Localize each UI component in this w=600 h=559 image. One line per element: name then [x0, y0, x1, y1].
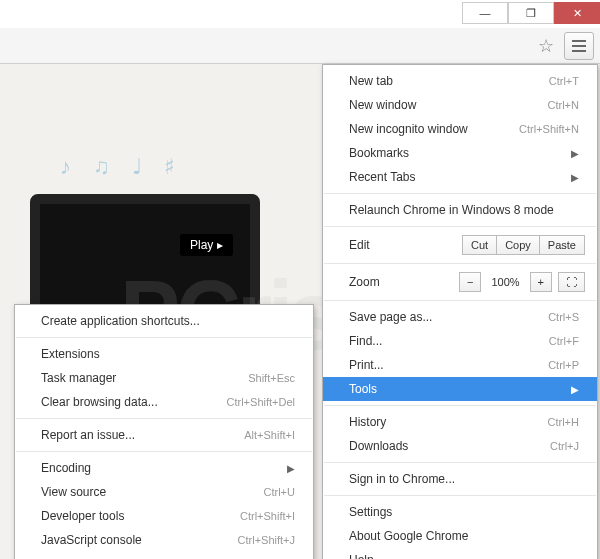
cut-button[interactable]: Cut: [462, 235, 497, 255]
menu-recent-tabs[interactable]: Recent Tabs▶: [323, 165, 597, 189]
menu-tools[interactable]: Tools▶: [323, 377, 597, 401]
menu-label: Extensions: [41, 347, 100, 361]
music-notes-decor: ♪ ♫ ♩ ♯: [60, 154, 183, 180]
chrome-main-menu: New tabCtrl+T New windowCtrl+N New incog…: [322, 64, 598, 559]
menu-shortcut: Ctrl+J: [550, 440, 579, 452]
zoom-out-button[interactable]: −: [459, 272, 481, 292]
menu-edit-row: Edit Cut Copy Paste: [323, 231, 597, 259]
menu-shortcut: Ctrl+F: [549, 335, 579, 347]
menu-hamburger-icon[interactable]: [564, 32, 594, 60]
minimize-button[interactable]: —: [462, 2, 508, 24]
tools-submenu: Create application shortcuts... Extensio…: [14, 304, 314, 559]
submenu-inspect-devices[interactable]: Inspect devices: [15, 552, 313, 559]
menu-new-incognito[interactable]: New incognito windowCtrl+Shift+N: [323, 117, 597, 141]
menu-shortcut: Alt+Shift+I: [244, 429, 295, 441]
menu-about[interactable]: About Google Chrome: [323, 524, 597, 548]
maximize-button[interactable]: ❐: [508, 2, 554, 24]
menu-label: New window: [349, 98, 416, 112]
menu-shortcut: Ctrl+Shift+Del: [227, 396, 295, 408]
window-controls: — ❐ ✕: [462, 0, 600, 28]
close-button[interactable]: ✕: [554, 2, 600, 24]
menu-label: Print...: [349, 358, 384, 372]
menu-find[interactable]: Find...Ctrl+F: [323, 329, 597, 353]
menu-separator: [324, 405, 596, 406]
menu-label: About Google Chrome: [349, 529, 468, 543]
submenu-extensions[interactable]: Extensions: [15, 342, 313, 366]
menu-new-tab[interactable]: New tabCtrl+T: [323, 69, 597, 93]
menu-shortcut: Ctrl+S: [548, 311, 579, 323]
menu-signin[interactable]: Sign in to Chrome...: [323, 467, 597, 491]
menu-help[interactable]: Help: [323, 548, 597, 559]
menu-shortcut: Ctrl+Shift+J: [238, 534, 295, 546]
zoom-label: Zoom: [349, 275, 453, 289]
submenu-view-source[interactable]: View sourceCtrl+U: [15, 480, 313, 504]
submenu-task-manager[interactable]: Task managerShift+Esc: [15, 366, 313, 390]
menu-separator: [324, 495, 596, 496]
submenu-encoding[interactable]: Encoding▶: [15, 456, 313, 480]
submenu-javascript-console[interactable]: JavaScript consoleCtrl+Shift+J: [15, 528, 313, 552]
menu-relaunch-win8[interactable]: Relaunch Chrome in Windows 8 mode: [323, 198, 597, 222]
menu-label: Help: [349, 553, 374, 559]
menu-separator: [16, 337, 312, 338]
submenu-arrow-icon: ▶: [571, 148, 579, 159]
edit-button-group: Cut Copy Paste: [462, 235, 585, 255]
menu-label: Create application shortcuts...: [41, 314, 200, 328]
submenu-clear-browsing-data[interactable]: Clear browsing data...Ctrl+Shift+Del: [15, 390, 313, 414]
menu-shortcut: Ctrl+Shift+N: [519, 123, 579, 135]
browser-toolbar: ☆: [0, 28, 600, 64]
menu-separator: [16, 451, 312, 452]
menu-label: Settings: [349, 505, 392, 519]
submenu-developer-tools[interactable]: Developer toolsCtrl+Shift+I: [15, 504, 313, 528]
submenu-create-shortcuts[interactable]: Create application shortcuts...: [15, 309, 313, 333]
menu-history[interactable]: HistoryCtrl+H: [323, 410, 597, 434]
paste-button[interactable]: Paste: [540, 235, 585, 255]
menu-label: Developer tools: [41, 509, 124, 523]
menu-print[interactable]: Print...Ctrl+P: [323, 353, 597, 377]
submenu-report-issue[interactable]: Report an issue...Alt+Shift+I: [15, 423, 313, 447]
menu-shortcut: Ctrl+U: [264, 486, 295, 498]
submenu-arrow-icon: ▶: [571, 172, 579, 183]
menu-label: Save page as...: [349, 310, 432, 324]
menu-separator: [324, 226, 596, 227]
play-badge: Play ▸: [180, 234, 233, 256]
menu-label: Tools: [349, 382, 377, 396]
menu-label: History: [349, 415, 386, 429]
edit-label: Edit: [349, 238, 462, 252]
zoom-percent: 100%: [487, 276, 523, 288]
menu-shortcut: Ctrl+N: [548, 99, 579, 111]
menu-label: Recent Tabs: [349, 170, 416, 184]
menu-label: Task manager: [41, 371, 116, 385]
submenu-arrow-icon: ▶: [287, 463, 295, 474]
menu-label: Sign in to Chrome...: [349, 472, 455, 486]
menu-label: New incognito window: [349, 122, 468, 136]
menu-bookmarks[interactable]: Bookmarks▶: [323, 141, 597, 165]
menu-shortcut: Ctrl+Shift+I: [240, 510, 295, 522]
menu-zoom-row: Zoom − 100% + ⛶: [323, 268, 597, 296]
menu-shortcut: Shift+Esc: [248, 372, 295, 384]
menu-separator: [324, 300, 596, 301]
menu-separator: [324, 462, 596, 463]
menu-label: JavaScript console: [41, 533, 142, 547]
bookmark-star-icon[interactable]: ☆: [532, 32, 560, 60]
fullscreen-button[interactable]: ⛶: [558, 272, 585, 292]
menu-label: Bookmarks: [349, 146, 409, 160]
menu-save-page[interactable]: Save page as...Ctrl+S: [323, 305, 597, 329]
menu-label: Clear browsing data...: [41, 395, 158, 409]
menu-label: Relaunch Chrome in Windows 8 mode: [349, 203, 554, 217]
zoom-in-button[interactable]: +: [530, 272, 552, 292]
menu-separator: [16, 418, 312, 419]
menu-label: New tab: [349, 74, 393, 88]
copy-button[interactable]: Copy: [497, 235, 540, 255]
menu-label: Report an issue...: [41, 428, 135, 442]
menu-label: Downloads: [349, 439, 408, 453]
menu-shortcut: Ctrl+T: [549, 75, 579, 87]
menu-downloads[interactable]: DownloadsCtrl+J: [323, 434, 597, 458]
menu-label: Encoding: [41, 461, 91, 475]
menu-label: Find...: [349, 334, 382, 348]
menu-new-window[interactable]: New windowCtrl+N: [323, 93, 597, 117]
menu-separator: [324, 193, 596, 194]
menu-shortcut: Ctrl+H: [548, 416, 579, 428]
submenu-arrow-icon: ▶: [571, 384, 579, 395]
menu-settings[interactable]: Settings: [323, 500, 597, 524]
menu-separator: [324, 263, 596, 264]
